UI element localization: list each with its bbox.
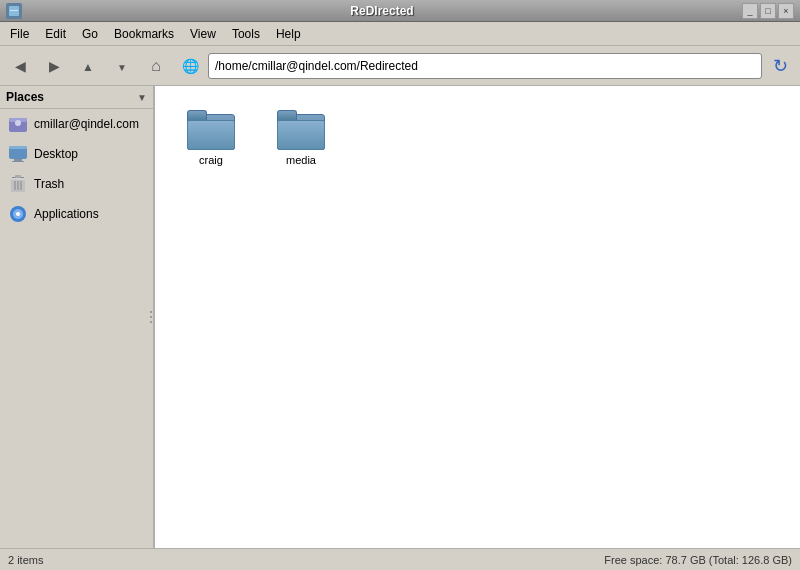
- file-label-craig: craig: [199, 154, 223, 166]
- svg-rect-8: [12, 161, 24, 162]
- minimize-button[interactable]: _: [742, 3, 758, 19]
- back-icon: [15, 57, 26, 75]
- home-button[interactable]: [140, 50, 172, 82]
- sidebar-resize-handle[interactable]: [149, 297, 153, 337]
- up-icon: [82, 57, 94, 75]
- home-icon: [151, 57, 161, 75]
- menu-view[interactable]: View: [182, 24, 224, 44]
- forward-icon: [49, 57, 60, 75]
- sidebar-item-user-label: cmillar@qindel.com: [34, 117, 139, 131]
- items-count: 2 items: [8, 554, 43, 566]
- sidebar-item-desktop-label: Desktop: [34, 147, 78, 161]
- menubar: File Edit Go Bookmarks View Tools Help: [0, 22, 800, 46]
- sidebar-toggle[interactable]: ▼: [137, 92, 147, 103]
- file-area: craig media: [155, 86, 800, 548]
- free-space: Free space: 78.7 GB (Total: 126.8 GB): [604, 554, 792, 566]
- menu-bookmarks[interactable]: Bookmarks: [106, 24, 182, 44]
- sidebar-item-user[interactable]: cmillar@qindel.com: [0, 109, 153, 139]
- network-icon: [182, 57, 199, 75]
- app-icon: [6, 3, 22, 19]
- file-item-craig[interactable]: craig: [171, 102, 251, 170]
- svg-rect-7: [14, 159, 22, 161]
- statusbar: 2 items Free space: 78.7 GB (Total: 126.…: [0, 548, 800, 570]
- menu-tools[interactable]: Tools: [224, 24, 268, 44]
- sidebar-header: Places ▼: [0, 86, 153, 109]
- reload-button[interactable]: [764, 50, 796, 82]
- close-button[interactable]: ×: [778, 3, 794, 19]
- svg-point-4: [15, 120, 21, 126]
- forward-button[interactable]: [38, 50, 70, 82]
- sidebar-item-applications[interactable]: Applications: [0, 199, 153, 229]
- back-button[interactable]: [4, 50, 36, 82]
- svg-rect-10: [15, 175, 21, 178]
- svg-rect-6: [9, 146, 27, 149]
- toolbar: /home/cmillar@qindel.com/Redirected: [0, 46, 800, 86]
- maximize-button[interactable]: □: [760, 3, 776, 19]
- sidebar-item-applications-label: Applications: [34, 207, 99, 221]
- network-button[interactable]: [174, 50, 206, 82]
- sidebar: Places ▼ cmillar@qindel.com: [0, 86, 155, 548]
- reload-icon: [773, 55, 788, 77]
- history-dropdown-button[interactable]: [106, 50, 138, 82]
- sidebar-title: Places: [6, 90, 44, 104]
- sidebar-item-desktop[interactable]: Desktop: [0, 139, 153, 169]
- applications-icon: [8, 204, 28, 224]
- window-controls: _ □ ×: [742, 3, 794, 19]
- svg-point-18: [16, 212, 20, 216]
- menu-go[interactable]: Go: [74, 24, 106, 44]
- up-button[interactable]: [72, 50, 104, 82]
- file-label-media: media: [286, 154, 316, 166]
- desktop-icon: [8, 144, 28, 164]
- window-title: ReDIrected: [22, 4, 742, 18]
- menu-file[interactable]: File: [2, 24, 37, 44]
- menu-edit[interactable]: Edit: [37, 24, 74, 44]
- titlebar: ReDIrected _ □ ×: [0, 0, 800, 22]
- svg-rect-1: [10, 10, 18, 11]
- sidebar-item-trash[interactable]: Trash: [0, 169, 153, 199]
- folder-icon-media: [277, 106, 325, 150]
- svg-rect-12: [11, 178, 25, 180]
- trash-icon: [8, 174, 28, 194]
- folder-icon-craig: [187, 106, 235, 150]
- dropdown-arrow-icon: [117, 57, 127, 75]
- main-area: Places ▼ cmillar@qindel.com: [0, 86, 800, 548]
- menu-help[interactable]: Help: [268, 24, 309, 44]
- file-item-media[interactable]: media: [261, 102, 341, 170]
- user-icon: [8, 114, 28, 134]
- location-text: /home/cmillar@qindel.com/Redirected: [215, 59, 418, 73]
- location-bar[interactable]: /home/cmillar@qindel.com/Redirected: [208, 53, 762, 79]
- sidebar-item-trash-label: Trash: [34, 177, 64, 191]
